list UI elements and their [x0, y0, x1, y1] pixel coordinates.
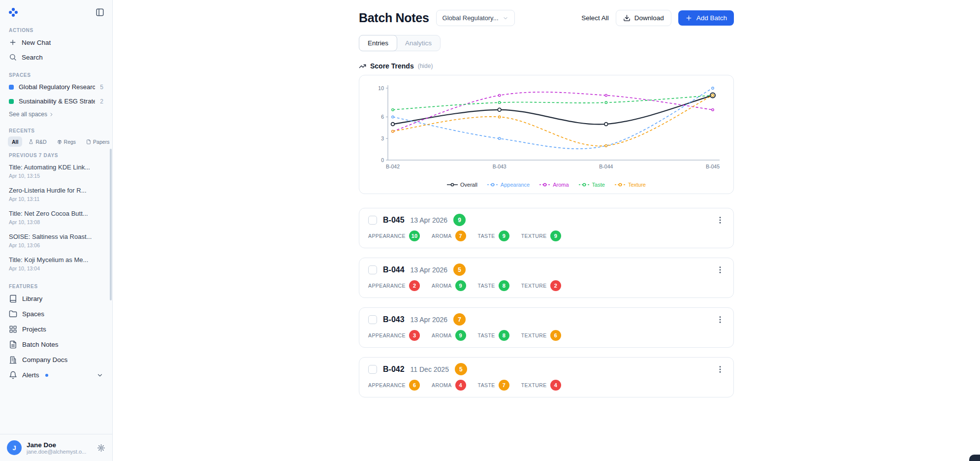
- legend-marker: [579, 182, 590, 187]
- kebab-menu-icon[interactable]: [716, 216, 725, 225]
- tab-entries[interactable]: Entries: [359, 35, 397, 51]
- batch-attribute-taste: TASTE7: [478, 380, 509, 391]
- sidebar-item-batch-notes[interactable]: Batch Notes: [5, 337, 107, 352]
- batch-checkbox[interactable]: [368, 365, 377, 374]
- sidebar-item-alerts[interactable]: Alerts: [5, 367, 107, 383]
- batch-attribute-taste: TASTE8: [478, 330, 509, 341]
- flask-icon: [29, 139, 33, 144]
- attribute-label: TEXTURE: [521, 382, 547, 388]
- attribute-label: AROMA: [432, 382, 452, 388]
- legend-label: Texture: [628, 182, 646, 188]
- sidebar-space-sustainability-esg-strategy[interactable]: Sustainability & ESG Strategy2: [5, 94, 107, 108]
- batch-checkbox[interactable]: [368, 315, 377, 324]
- space-filter-dropdown[interactable]: Global Regulatory...: [436, 10, 515, 26]
- recents-filter-chips: AllR&DRegsPapers: [5, 135, 107, 148]
- recent-item[interactable]: Title: Koji Mycelium as Me...Apr 10, 13:…: [5, 253, 107, 276]
- sidebar-item-projects[interactable]: Projects: [5, 322, 107, 337]
- file-text-icon: [9, 340, 17, 349]
- tab-analytics[interactable]: Analytics: [397, 35, 440, 51]
- batch-attribute-appearance: APPEARANCE6: [368, 380, 420, 391]
- sidebar-action-search[interactable]: Search: [5, 50, 107, 65]
- batch-id: B-043: [383, 315, 405, 324]
- svg-text:B-042: B-042: [386, 164, 400, 169]
- score-trends-header: Score Trends (hide): [359, 62, 734, 70]
- batch-card-header: B-04313 Apr 20267: [368, 313, 725, 326]
- batch-checkbox[interactable]: [368, 216, 377, 225]
- legend-item-aroma[interactable]: Aroma: [539, 182, 569, 188]
- recents-filter-r-d[interactable]: R&D: [25, 136, 50, 147]
- sidebar-item-spaces[interactable]: Spaces: [5, 306, 107, 322]
- download-icon: [623, 14, 631, 22]
- score-trends-card: 03610B-042B-043B-044B-045 OverallAppeara…: [359, 75, 734, 194]
- unread-dot: [45, 374, 48, 377]
- attribute-score-badge: 2: [409, 280, 420, 291]
- recent-timestamp: Apr 10, 13:11: [9, 196, 103, 202]
- batch-date: 13 Apr 2026: [411, 316, 448, 324]
- recent-item[interactable]: SOISE: Saltiness via Roast...Apr 10, 13:…: [5, 230, 107, 253]
- sidebar-item-library[interactable]: Library: [5, 291, 107, 306]
- spaces-section-label: SPACES: [5, 72, 107, 78]
- add-batch-button[interactable]: Add Batch: [678, 10, 734, 26]
- legend-item-appearance[interactable]: Appearance: [487, 182, 530, 188]
- sidebar: ACTIONS New ChatSearch SPACES Global Reg…: [0, 0, 113, 461]
- filter-chip-label: Papers: [93, 139, 109, 145]
- legend-marker: [615, 182, 626, 187]
- page-title: Batch Notes: [359, 11, 429, 25]
- feature-label: Library: [22, 295, 42, 302]
- kebab-menu-icon[interactable]: [716, 365, 725, 374]
- recent-item[interactable]: Zero-Listeria Hurdle for R...Apr 10, 13:…: [5, 183, 107, 206]
- space-label: Sustainability & ESG Strategy: [19, 98, 95, 105]
- batch-attribute-appearance: APPEARANCE3: [368, 330, 420, 341]
- sidebar-item-company-docs[interactable]: Company Docs: [5, 352, 107, 367]
- filter-chip-label: All: [12, 139, 18, 145]
- batch-checkbox[interactable]: [368, 265, 377, 274]
- recents-filter-all[interactable]: All: [8, 136, 22, 147]
- recents-filter-papers[interactable]: Papers: [82, 136, 112, 147]
- main-content: Batch Notes Global Regulatory... Select …: [113, 0, 980, 461]
- actions-list: New ChatSearch: [5, 35, 107, 65]
- select-all-button[interactable]: Select All: [581, 14, 609, 22]
- feature-label: Projects: [22, 326, 46, 333]
- sidebar-space-global-regulatory-research[interactable]: Global Regulatory Research5: [5, 80, 107, 94]
- attribute-label: TASTE: [478, 382, 495, 388]
- settings-gear-icon[interactable]: [97, 444, 105, 452]
- batch-attributes: APPEARANCE2AROMA9TASTE8TEXTURE2: [368, 280, 725, 291]
- batch-date: 11 Dec 2025: [411, 365, 449, 373]
- batch-date: 13 Apr 2026: [411, 216, 448, 224]
- svg-text:0: 0: [381, 157, 384, 163]
- legend-marker: [487, 182, 498, 187]
- kebab-menu-icon[interactable]: [716, 315, 725, 324]
- recent-title: SOISE: Saltiness via Roast...: [9, 233, 103, 240]
- legend-item-overall[interactable]: Overall: [447, 182, 477, 188]
- recent-item[interactable]: Title: Automating KDE Link...Apr 10, 13:…: [5, 160, 107, 183]
- svg-text:6: 6: [381, 114, 384, 120]
- recent-title: Zero-Listeria Hurdle for R...: [9, 187, 103, 194]
- sidebar-scrollbar[interactable]: [110, 149, 112, 300]
- batch-card-header: B-04413 Apr 20265: [368, 263, 725, 276]
- hide-chart-link[interactable]: (hide): [418, 63, 433, 69]
- actions-section-label: ACTIONS: [5, 28, 107, 33]
- user-section[interactable]: J Jane Doe jane.doe@alchemyst.o...: [0, 434, 112, 461]
- sidebar-collapse-icon[interactable]: [95, 8, 104, 17]
- chevron-down-icon: [96, 372, 103, 379]
- recent-item[interactable]: Title: Net Zero Cocoa Butt...Apr 10, 13:…: [5, 206, 107, 230]
- feature-label: Company Docs: [22, 356, 67, 363]
- kebab-menu-icon[interactable]: [716, 265, 725, 274]
- legend-item-taste[interactable]: Taste: [579, 182, 605, 188]
- attribute-score-badge: 2: [550, 280, 561, 291]
- batch-id: B-045: [383, 216, 405, 225]
- user-email: jane.doe@alchemyst.o...: [27, 449, 92, 455]
- attribute-score-badge: 9: [499, 230, 509, 241]
- previous-7-days-label: PREVIOUS 7 DAYS: [5, 153, 107, 158]
- corner-widget[interactable]: [969, 455, 980, 461]
- attribute-score-badge: 9: [455, 330, 466, 341]
- chevron-down-icon: [503, 15, 508, 21]
- recents-filter-regs[interactable]: Regs: [53, 136, 80, 147]
- batch-card-header: B-04513 Apr 20269: [368, 214, 725, 226]
- legend-item-texture[interactable]: Texture: [615, 182, 646, 188]
- see-all-spaces-link[interactable]: See all spaces: [5, 108, 58, 120]
- user-avatar: J: [7, 440, 22, 455]
- sidebar-action-new-chat[interactable]: New Chat: [5, 35, 107, 50]
- download-button[interactable]: Download: [616, 10, 671, 26]
- recent-timestamp: Apr 10, 13:15: [9, 173, 103, 179]
